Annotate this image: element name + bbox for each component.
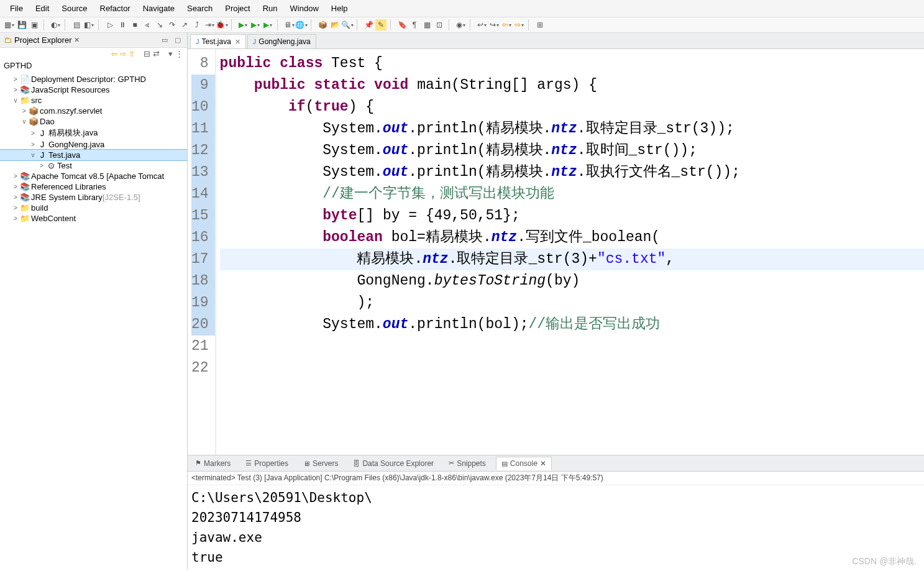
back-button[interactable]: ⇦ xyxy=(501,19,512,30)
save-all-button[interactable]: ▣ xyxy=(29,19,40,30)
forward-button[interactable]: ⇨ xyxy=(513,19,524,30)
save-button[interactable]: 💾 xyxy=(16,19,27,30)
tree-node[interactable]: >📄Deployment Descriptor: GPTHD xyxy=(0,74,187,85)
tree-node[interactable]: >📁WebContent xyxy=(0,213,187,224)
tree-node[interactable]: v📦Dao xyxy=(0,116,187,127)
java-file-icon: J xyxy=(253,38,257,45)
tree-node[interactable]: >📦com.nszyf.servlet xyxy=(0,106,187,116)
tree-node[interactable]: >⊙Test xyxy=(0,160,187,171)
servers-icon: 🖥 xyxy=(303,460,310,467)
open-task-button[interactable]: ◉ xyxy=(455,19,466,30)
data-source-icon: 🗄 xyxy=(353,460,360,467)
debug-last-button[interactable]: 🐞 xyxy=(216,19,227,30)
pin-button[interactable]: 📌 xyxy=(363,19,374,30)
perspective-button[interactable]: ⊞ xyxy=(534,19,546,30)
view-menu-icon[interactable]: ⋮ xyxy=(175,49,183,58)
close-tab-icon[interactable]: ✕ xyxy=(235,38,240,46)
bottom-tabs: ⚑Markers ☰Properties 🖥Servers 🗄Data Sour… xyxy=(188,455,924,472)
code-area[interactable]: public class Test { public static void m… xyxy=(216,49,924,455)
up-nav-icon[interactable]: ⇧ xyxy=(129,50,135,58)
editor-tab-bar: J Test.java ✕ J GongNeng.java xyxy=(188,33,924,49)
tree-node[interactable]: >📚JRE System Library [J2SE-1.5] xyxy=(0,192,187,203)
close-view-icon[interactable]: ✕ xyxy=(74,36,80,44)
fwd-nav-icon[interactable]: ⇨ xyxy=(120,50,126,58)
collapse-all-icon[interactable]: ⊟ xyxy=(144,49,150,58)
tab-data-source[interactable]: 🗄Data Source Explorer xyxy=(348,457,439,470)
tab-test-java[interactable]: J Test.java ✕ xyxy=(190,34,246,48)
tree-node[interactable]: >📁build xyxy=(0,203,187,213)
java-file-icon: J xyxy=(196,38,199,45)
link-editor-icon[interactable]: ⇄ xyxy=(153,49,160,58)
tree-node[interactable]: >📚JavaScript Resources xyxy=(0,85,187,95)
close-icon[interactable]: ✕ xyxy=(540,459,546,468)
run-button[interactable]: ▶ xyxy=(237,19,249,30)
filter-icon[interactable]: ▾ xyxy=(168,49,173,58)
code-editor[interactable]: 8910111213141516171819202122 public clas… xyxy=(188,49,924,455)
back-nav-icon[interactable]: ⇦ xyxy=(111,50,117,58)
menu-source[interactable]: Source xyxy=(55,1,93,16)
menu-navigate[interactable]: Navigate xyxy=(137,1,181,16)
open-type-button[interactable]: 📂 xyxy=(329,19,341,30)
console-output[interactable]: C:\Users\20591\Desktop\20230714174958jav… xyxy=(188,485,924,570)
menu-edit[interactable]: Edit xyxy=(29,1,55,16)
tab-snippets[interactable]: ✂Snippets xyxy=(444,457,491,470)
switch-button[interactable]: ◐ xyxy=(50,19,61,30)
skip-button[interactable]: ▷ xyxy=(104,19,116,30)
project-explorer-tab[interactable]: 🗀 Project Explorer ✕ ▭ ▢ xyxy=(0,33,187,48)
prev-edit-button[interactable]: ↩ xyxy=(476,19,487,30)
menu-project[interactable]: Project xyxy=(219,1,256,16)
coverage-button[interactable]: ▶ xyxy=(262,19,273,30)
show-whitespace-button[interactable]: ¶ xyxy=(409,19,420,30)
minimize-icon[interactable]: ▭ ▢ xyxy=(162,36,183,44)
console-status: <terminated> Test (3) [Java Application]… xyxy=(188,472,924,485)
toggle-mark-button[interactable]: ◧ xyxy=(83,19,94,30)
tab-console[interactable]: ▤Console ✕ xyxy=(496,457,552,470)
tab-gongneng-java[interactable]: J GongNeng.java xyxy=(247,34,316,48)
step-over-button[interactable]: ↷ xyxy=(167,19,178,30)
step-return-button[interactable]: ↗ xyxy=(179,19,190,30)
tree-node[interactable]: >📚Apache Tomcat v8.5 [Apache Tomcat xyxy=(0,171,187,181)
tab-label: Test.java xyxy=(202,37,231,46)
tab-servers[interactable]: 🖥Servers xyxy=(298,457,343,470)
tree-node[interactable]: v📁src xyxy=(0,95,187,106)
block-select-button[interactable]: ▦ xyxy=(421,19,432,30)
disconnect-button[interactable]: ⪡ xyxy=(142,19,153,30)
line-gutter: 8910111213141516171819202122 xyxy=(188,49,216,455)
view-title: Project Explorer xyxy=(14,35,71,45)
create-dyn-button[interactable]: 📦 xyxy=(317,19,328,30)
run-last-button[interactable]: ▶ xyxy=(250,19,261,30)
pause-button[interactable]: ⏸ xyxy=(117,19,128,30)
folder-icon: 🗀 xyxy=(4,35,12,45)
show-ws-button[interactable]: ⊡ xyxy=(434,19,445,30)
tree-node[interactable]: >JGongNeng.java xyxy=(0,139,187,150)
project-root[interactable]: GPTHD xyxy=(0,60,187,71)
console-icon: ▤ xyxy=(501,460,508,468)
new-web-button[interactable]: 🌐 xyxy=(296,19,307,30)
menu-search[interactable]: Search xyxy=(181,1,219,16)
add-bookmark-button[interactable]: 🔖 xyxy=(396,19,408,30)
menu-refactor[interactable]: Refactor xyxy=(94,1,137,16)
toggle-breadcrumb-button[interactable]: ▤ xyxy=(71,19,82,30)
drop-frame-button[interactable]: ⤴ xyxy=(191,19,203,30)
main-toolbar: ▦ 💾 ▣ ◐ ▤ ◧ ▷ ⏸ ■ ⪡ ↘ ↷ ↗ ⤴ ⇥ 🐞 ▶ ▶ ▶ 🖥 … xyxy=(0,17,924,33)
search-button[interactable]: 🔍 xyxy=(342,19,353,30)
tab-markers[interactable]: ⚑Markers xyxy=(190,457,236,470)
stop-button[interactable]: ■ xyxy=(129,19,140,30)
tree-node[interactable]: >📚Referenced Libraries xyxy=(0,181,187,192)
tree-node[interactable]: >J精易模块.java xyxy=(0,127,187,139)
new-server-button[interactable]: 🖥 xyxy=(283,19,295,30)
project-tree[interactable]: >📄Deployment Descriptor: GPTHD>📚JavaScri… xyxy=(0,71,187,570)
menu-help[interactable]: Help xyxy=(325,1,354,16)
menu-run[interactable]: Run xyxy=(257,1,284,16)
menu-window[interactable]: Window xyxy=(284,1,325,16)
explorer-toolbar: ⇦ ⇨ ⇧ ⊟ ⇄ ▾ ⋮ xyxy=(0,48,187,60)
new-button[interactable]: ▦ xyxy=(4,19,15,30)
menu-file[interactable]: File xyxy=(4,1,29,16)
tab-label: GongNeng.java xyxy=(258,37,310,46)
tab-properties[interactable]: ☰Properties xyxy=(240,457,293,470)
use-step-button[interactable]: ⇥ xyxy=(204,19,215,30)
next-edit-button[interactable]: ↪ xyxy=(488,19,500,30)
tree-node[interactable]: vJTest.java xyxy=(0,150,187,160)
mark-button[interactable]: ✎ xyxy=(375,19,387,30)
step-into-button[interactable]: ↘ xyxy=(154,19,165,30)
